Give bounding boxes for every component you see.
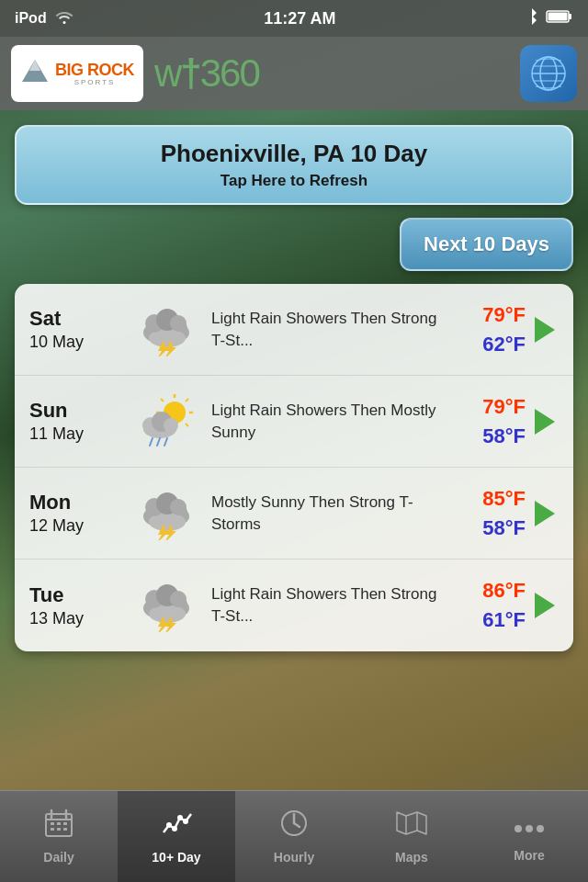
svg-rect-57 xyxy=(51,822,54,825)
svg-marker-70 xyxy=(397,812,426,834)
detail-arrow xyxy=(535,593,555,618)
table-row[interactable]: Mon 12 May Mostly Sunny Then Strong T-St… xyxy=(15,468,573,560)
table-row[interactable]: Tue 13 May Light Rain Showers Then Stron… xyxy=(15,560,573,651)
clock-icon xyxy=(279,808,309,844)
globe-button[interactable] xyxy=(520,45,577,102)
tab-maps-label: Maps xyxy=(395,850,428,865)
svg-point-65 xyxy=(177,815,183,820)
svg-point-31 xyxy=(164,418,178,433)
tab-hourly[interactable]: Hourly xyxy=(235,791,353,882)
mountain-icon xyxy=(20,58,50,89)
svg-point-74 xyxy=(526,825,533,832)
main-content: Phoenixville, PA 10 Day Tap Here to Refr… xyxy=(0,110,588,651)
svg-rect-2 xyxy=(548,13,567,21)
tab-bar: Daily 10+ Day Hourly xyxy=(0,790,588,882)
temp-high: 86°F xyxy=(452,579,526,603)
svg-line-69 xyxy=(294,823,300,827)
temp-high: 79°F xyxy=(452,303,526,327)
status-bar: iPod 11:27 AM xyxy=(0,0,588,37)
dots-icon xyxy=(513,811,546,842)
svg-line-25 xyxy=(186,399,188,401)
tab-hourly-label: Hourly xyxy=(274,850,314,865)
temp-low: 58°F xyxy=(452,424,526,448)
refresh-label: Tap Here to Refresh xyxy=(35,172,553,190)
svg-marker-4 xyxy=(29,60,40,71)
svg-point-16 xyxy=(170,315,187,332)
time-display: 11:27 AM xyxy=(264,9,335,28)
svg-point-64 xyxy=(172,826,177,831)
table-row[interactable]: Sat 10 May Light Rain Showers Then Stron… xyxy=(15,284,573,376)
cross-icon: † xyxy=(180,51,199,95)
table-row[interactable]: Sun 11 May xyxy=(15,376,573,468)
svg-point-41 xyxy=(170,499,187,515)
svg-rect-1 xyxy=(569,14,571,19)
bluetooth-icon xyxy=(526,7,538,29)
location-card[interactable]: Phoenixville, PA 10 Day Tap Here to Refr… xyxy=(15,125,573,205)
battery-icon xyxy=(546,9,573,28)
weather-list: Sat 10 May Light Rain Showers Then Stron… xyxy=(15,284,573,651)
tab-maps[interactable]: Maps xyxy=(353,791,470,882)
arrow-col xyxy=(526,409,559,435)
svg-line-34 xyxy=(164,438,167,446)
bigrock-logo: BIG ROCK SPORTS xyxy=(55,62,134,86)
svg-line-32 xyxy=(150,438,153,446)
detail-arrow xyxy=(535,409,555,435)
temp-column: 79°F 58°F xyxy=(452,395,526,448)
svg-point-75 xyxy=(537,825,544,832)
day-date: 13 May xyxy=(29,609,130,628)
day-name: Sat xyxy=(29,307,130,331)
svg-point-50 xyxy=(170,591,187,607)
detail-arrow xyxy=(535,501,555,526)
svg-line-24 xyxy=(161,399,164,401)
weather-icon xyxy=(130,579,204,632)
tab-more[interactable]: More xyxy=(470,791,588,882)
svg-rect-61 xyxy=(57,828,61,831)
day-info: Tue 13 May xyxy=(29,583,130,628)
logo-box: BIG ROCK SPORTS xyxy=(11,45,143,102)
weather-icon xyxy=(130,394,204,449)
day-name: Mon xyxy=(29,491,130,514)
svg-rect-59 xyxy=(63,822,67,825)
temp-column: 86°F 61°F xyxy=(452,579,526,632)
arrow-col xyxy=(526,593,559,618)
tab-daily[interactable]: Daily xyxy=(0,791,118,882)
weather-icon xyxy=(130,487,204,540)
wt360-logo: w†360 xyxy=(154,51,259,96)
day-info: Sun 11 May xyxy=(29,399,130,444)
bigrock-main-text: BIG ROCK xyxy=(55,62,134,78)
tab-more-label: More xyxy=(514,848,544,863)
temp-low: 62°F xyxy=(452,333,526,356)
tab-tenday[interactable]: 10+ Day xyxy=(118,791,235,882)
temp-high: 85°F xyxy=(452,487,526,511)
arrow-col xyxy=(526,317,559,343)
day-name: Tue xyxy=(29,583,130,607)
bigrock-sub-text: SPORTS xyxy=(74,78,116,86)
svg-point-66 xyxy=(183,819,188,824)
day-date: 10 May xyxy=(29,333,130,352)
temp-column: 79°F 62°F xyxy=(452,303,526,356)
calendar-icon xyxy=(44,808,74,844)
next-button-row: Next 10 Days xyxy=(15,218,573,271)
svg-rect-62 xyxy=(63,828,67,831)
svg-rect-58 xyxy=(57,822,61,825)
svg-rect-60 xyxy=(51,828,54,831)
weather-description: Light Rain Showers Then Mostly Sunny xyxy=(204,400,452,444)
next-10-days-button[interactable]: Next 10 Days xyxy=(400,218,573,271)
day-info: Mon 12 May xyxy=(29,491,130,536)
wifi-icon xyxy=(54,9,74,28)
day-date: 11 May xyxy=(29,424,130,444)
status-right xyxy=(526,7,573,29)
location-title: Phoenixville, PA 10 Day xyxy=(35,140,553,168)
day-name: Sun xyxy=(29,399,130,423)
tab-daily-label: Daily xyxy=(43,850,74,865)
app-header: BIG ROCK SPORTS w†360 xyxy=(0,37,588,110)
svg-line-33 xyxy=(157,438,160,446)
detail-arrow xyxy=(535,317,555,343)
weather-description: Light Rain Showers Then Strong T-St... xyxy=(204,308,452,352)
day-date: 12 May xyxy=(29,516,130,536)
map-icon xyxy=(395,808,428,844)
weather-icon xyxy=(130,303,204,356)
status-left: iPod xyxy=(15,9,74,28)
chart-icon xyxy=(160,808,193,844)
day-info: Sat 10 May xyxy=(29,307,130,352)
